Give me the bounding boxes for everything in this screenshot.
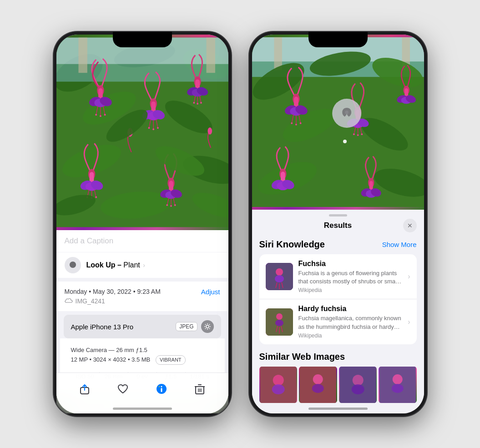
camera-details: Wide Camera — 26 mm ƒ1.5 12 MP • 3024 × … — [64, 342, 221, 368]
home-indicator-right — [308, 408, 368, 410]
close-button[interactable]: ✕ — [403, 219, 417, 232]
svg-point-158 — [351, 384, 364, 394]
siri-knowledge-header: Siri Knowledge Show More — [259, 239, 417, 250]
knowledge-card: Fuchsia Fuchsia is a genus of flowering … — [259, 254, 417, 344]
cloud-icon — [65, 298, 73, 304]
hardy-fuchsia-description: Fuchsia magellanica, commonly known as t… — [298, 314, 403, 331]
svg-point-132 — [345, 111, 349, 114]
similar-images-grid — [259, 367, 417, 403]
svg-rect-11 — [78, 38, 87, 73]
svg-point-161 — [393, 374, 403, 384]
similar-web-images-section: Similar Web Images — [259, 352, 417, 403]
info-button[interactable] — [152, 379, 172, 399]
notch — [113, 32, 172, 47]
hardy-fuchsia-chevron: › — [408, 318, 410, 326]
svg-point-104 — [295, 124, 297, 126]
siri-knowledge-title: Siri Knowledge — [259, 239, 325, 250]
svg-point-153 — [313, 374, 323, 384]
svg-point-22 — [99, 115, 101, 117]
svg-point-142 — [276, 313, 283, 320]
hardy-fuchsia-title: Hardy fuchsia — [298, 305, 403, 313]
similar-images-title: Similar Web Images — [259, 352, 417, 362]
svg-point-32 — [148, 127, 150, 129]
fuchsia-description: Fuchsia is a genus of flowering plants t… — [298, 269, 403, 286]
svg-point-114 — [353, 133, 354, 135]
svg-point-66 — [170, 205, 172, 207]
svg-point-45 — [200, 102, 202, 104]
photo-date: Monday • May 30, 2022 • 9:23 AM — [65, 288, 161, 295]
svg-rect-81 — [161, 388, 162, 392]
svg-point-33 — [152, 128, 154, 130]
share-button[interactable] — [75, 379, 95, 399]
svg-point-157 — [352, 375, 363, 386]
svg-point-115 — [357, 134, 359, 136]
results-sheet: Results ✕ Siri Knowledge Show More — [252, 210, 424, 413]
lookup-label: Look Up – Plant › — [86, 261, 145, 269]
svg-point-116 — [361, 133, 363, 135]
similar-image-3[interactable] — [339, 367, 377, 403]
siri-visual-lookup-button[interactable] — [332, 99, 361, 128]
vibrant-badge: VIBRANT — [156, 355, 186, 365]
photo-area-left[interactable] — [56, 35, 228, 230]
device-row: Apple iPhone 13 Pro JPEG — [64, 315, 221, 338]
svg-point-23 — [104, 114, 106, 116]
svg-point-143 — [275, 320, 283, 326]
similar-image-4[interactable] — [379, 367, 417, 403]
gear-button[interactable] — [201, 320, 214, 333]
similar-image-1[interactable] — [259, 367, 298, 403]
fuchsia-chevron: › — [408, 272, 410, 281]
svg-point-135 — [276, 268, 283, 276]
caption-area[interactable]: Add a Caption — [56, 230, 228, 252]
notch-right — [308, 32, 368, 47]
svg-rect-58 — [169, 181, 173, 191]
svg-rect-12 — [206, 38, 215, 73]
left-phone: Add a Caption Look Up – Plant › — [54, 32, 231, 416]
results-header: Results ✕ — [252, 216, 424, 234]
similar-image-2[interactable] — [299, 367, 337, 403]
lookup-icon — [65, 257, 81, 273]
svg-point-56 — [95, 196, 97, 198]
svg-point-34 — [157, 127, 158, 129]
svg-point-150 — [272, 384, 284, 394]
svg-rect-86 — [274, 37, 282, 70]
caption-placeholder[interactable]: Add a Caption — [65, 237, 114, 245]
svg-point-136 — [275, 275, 284, 282]
show-more-button[interactable]: Show More — [382, 241, 417, 248]
knowledge-item-hardy-fuchsia[interactable]: Hardy fuchsia Fuchsia magellanica, commo… — [259, 299, 417, 344]
svg-point-69 — [207, 127, 212, 135]
fuchsia-info: Fuchsia Fuchsia is a genus of flowering … — [298, 260, 403, 293]
svg-point-149 — [273, 375, 283, 386]
hardy-fuchsia-info: Hardy fuchsia Fuchsia magellanica, commo… — [298, 305, 403, 338]
results-content: Siri Knowledge Show More — [252, 234, 424, 413]
fuchsia-thumbnail — [266, 263, 293, 290]
format-badge: JPEG — [176, 322, 197, 331]
right-phone: Results ✕ Siri Knowledge Show More — [249, 32, 427, 416]
lookup-row[interactable]: Look Up – Plant › — [56, 252, 228, 278]
device-name: Apple iPhone 13 Pro — [71, 323, 134, 331]
photo-area-right[interactable] — [252, 35, 424, 210]
svg-point-44 — [197, 103, 198, 105]
svg-point-162 — [392, 384, 404, 393]
svg-point-74 — [206, 325, 209, 328]
metadata-section: Monday • May 30, 2022 • 9:23 AM Adjust I… — [56, 282, 228, 311]
svg-point-43 — [193, 102, 195, 104]
svg-point-65 — [166, 204, 168, 206]
photo-filename: IMG_4241 — [65, 297, 220, 305]
adjust-button[interactable]: Adjust — [201, 288, 220, 296]
knowledge-item-fuchsia[interactable]: Fuchsia Fuchsia is a genus of flowering … — [259, 254, 417, 299]
fuchsia-source: Wikipedia — [298, 287, 403, 293]
favorite-button[interactable] — [113, 379, 133, 399]
siri-dot — [343, 140, 347, 143]
results-title: Results — [324, 221, 352, 230]
svg-point-21 — [95, 114, 97, 116]
svg-point-80 — [161, 386, 162, 387]
home-indicator — [113, 408, 172, 410]
hardy-fuchsia-source: Wikipedia — [298, 332, 403, 339]
delete-button[interactable] — [190, 379, 210, 399]
svg-point-67 — [174, 204, 176, 206]
fuchsia-title: Fuchsia — [298, 260, 403, 268]
svg-point-154 — [312, 384, 324, 393]
svg-point-105 — [299, 122, 301, 124]
hardy-fuchsia-thumbnail — [266, 308, 293, 336]
svg-point-103 — [291, 122, 293, 124]
